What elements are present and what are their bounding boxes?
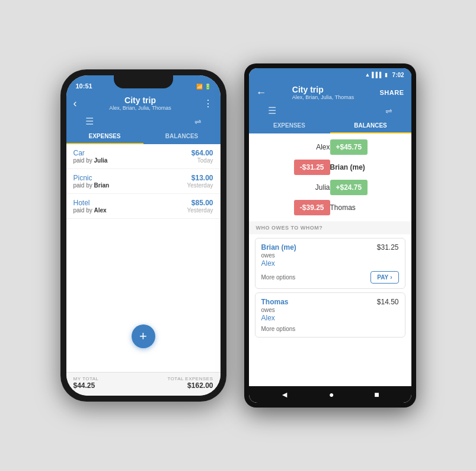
android-screen: ▲ ▌▌▌ ▮ 7:02 ← City trip Alex, Brian, Ju…	[249, 68, 411, 403]
expense-date-hotel: Yesterday	[187, 207, 213, 214]
iphone-header-top: ‹ City trip Alex, Brian, Julia, Thomas ⋮	[74, 96, 213, 111]
iphone-notch	[114, 75, 173, 88]
balance-row-alex: Alex +$45.75	[249, 137, 411, 157]
expense-name-picnic: Picnic	[74, 174, 92, 182]
expense-date-picnic: Yesterday	[187, 182, 213, 189]
android-content: Alex +$45.75 -$31.25 Brian (me)	[249, 133, 411, 386]
expense-amount-picnic: $13.00	[191, 174, 213, 182]
android-nav-recent[interactable]: ■	[374, 390, 379, 399]
iphone-device: 10:51 📶 🔋 ‹ City trip Alex, Brian, Julia…	[60, 69, 226, 402]
iphone-tab-balances[interactable]: BALANCES	[143, 129, 221, 144]
iphone-status-icons: 📶 🔋	[196, 84, 211, 90]
who-owes-section-header: WHO OWES TO WHOM?	[249, 221, 411, 234]
android-wifi-icon: ▲	[365, 72, 370, 78]
android-toolbar: ☰ ⇌	[256, 101, 404, 119]
expense-item-car[interactable]: Car $64.00 paid by Julia Today	[66, 144, 221, 169]
debt-more-options-brian[interactable]: More options	[261, 274, 296, 281]
android-trip-title: City trip	[292, 85, 354, 94]
debt-card-brian[interactable]: Brian (me) owes Alex $31.25 More options…	[255, 238, 405, 289]
android-battery-icon: ▮	[385, 72, 388, 78]
android-nav-back[interactable]: ◄	[280, 390, 289, 399]
add-expense-button[interactable]: +	[132, 324, 155, 348]
debt-debtor-brian: Brian (me)	[261, 243, 296, 252]
iphone-screen: 10:51 📶 🔋 ‹ City trip Alex, Brian, Julia…	[66, 75, 221, 396]
transfer-icon: ⇌	[194, 117, 202, 126]
expense-item-hotel[interactable]: Hotel $85.00 paid by Alex Yesterday	[66, 194, 221, 219]
iphone-footer: MY TOTAL $44.25 TOTAL EXPENSES $162.00	[66, 372, 221, 396]
balance-section: Alex +$45.75 -$31.25 Brian (me)	[249, 133, 411, 221]
android-tab-balances[interactable]: BALANCES	[330, 119, 411, 133]
expense-date-car: Today	[197, 157, 213, 164]
android-header-top: ← City trip Alex, Brian, Julia, Thomas S…	[256, 85, 404, 100]
list-icon: ☰	[85, 116, 94, 127]
iphone-header: ‹ City trip Alex, Brian, Julia, Thomas ⋮…	[66, 92, 221, 129]
android-header-title: City trip Alex, Brian, Julia, Thomas	[292, 85, 354, 100]
debt-creditor-brian: Alex	[261, 259, 296, 268]
debt-owes-thomas: owes	[261, 307, 289, 313]
balance-row-thomas: -$39.25 Thomas	[249, 198, 411, 218]
android-tab-expenses[interactable]: EXPENSES	[249, 119, 330, 133]
debt-owes-brian: owes	[261, 252, 296, 259]
android-status-bar: ▲ ▌▌▌ ▮ 7:02	[249, 68, 411, 81]
balance-name-thomas: Thomas	[330, 203, 356, 212]
android-trip-members: Alex, Brian, Julia, Thomas	[292, 94, 354, 100]
android-back-button[interactable]: ←	[256, 87, 267, 99]
total-expenses-value: $162.00	[167, 381, 213, 390]
android-transfer-icon: ⇌	[385, 106, 392, 116]
expense-payer-hotel: paid by Alex	[74, 207, 107, 214]
chevron-right-icon: ›	[390, 274, 392, 281]
debt-debtor-thomas: Thomas	[261, 298, 289, 306]
debt-card-thomas[interactable]: Thomas owes Alex $14.50 More options	[255, 292, 405, 338]
expense-name-car: Car	[74, 149, 85, 157]
expense-item-picnic[interactable]: Picnic $13.00 paid by Brian Yesterday	[66, 169, 221, 194]
balance-amount-thomas: -$39.25	[294, 200, 330, 215]
iphone-content: Car $64.00 paid by Julia Today Picnic $1…	[66, 144, 221, 372]
android-nav-home[interactable]: ●	[329, 390, 334, 399]
iphone-tab-expenses[interactable]: EXPENSES	[66, 129, 143, 144]
balance-amount-julia: +$24.75	[330, 180, 368, 195]
balance-name-alex: Alex	[316, 143, 330, 151]
pay-button-brian[interactable]: PAY ›	[370, 271, 398, 284]
wifi-icon: 📶	[196, 84, 203, 90]
android-status-icons: ▲ ▌▌▌ ▮ 7:02	[365, 72, 404, 78]
balance-amount-alex: +$45.75	[330, 139, 368, 155]
debt-creditor-thomas: Alex	[261, 314, 289, 322]
debt-more-options-thomas[interactable]: More options	[261, 326, 296, 332]
android-nav-bar: ◄ ● ■	[249, 386, 411, 403]
expense-amount-car: $64.00	[191, 149, 213, 157]
iphone-toolbar: ☰ ⇌	[74, 112, 213, 129]
footer-my-total: MY TOTAL $44.25	[74, 376, 99, 390]
iphone-trip-members: Alex, Brian, Julia, Thomas	[109, 105, 171, 111]
balance-row-julia: Julia +$24.75	[249, 177, 411, 198]
expense-payer-car: paid by Julia	[74, 157, 108, 164]
my-total-value: $44.25	[74, 381, 99, 390]
balance-row-brian: -$31.25 Brian (me)	[249, 157, 411, 177]
android-list-icon: ☰	[268, 105, 276, 116]
android-time: 7:02	[392, 72, 404, 78]
expense-payer-picnic: paid by Brian	[74, 182, 110, 189]
battery-icon: 🔋	[205, 84, 211, 90]
scene: 10:51 📶 🔋 ‹ City trip Alex, Brian, Julia…	[49, 52, 428, 419]
android-device: ▲ ▌▌▌ ▮ 7:02 ← City trip Alex, Brian, Ju…	[244, 63, 416, 408]
android-tabs: EXPENSES BALANCES	[249, 119, 411, 133]
balance-amount-brian: -$31.25	[294, 160, 330, 175]
android-signal-icon: ▌▌▌	[372, 72, 383, 78]
debt-amount-brian: $31.25	[377, 243, 399, 252]
expense-name-hotel: Hotel	[74, 199, 90, 207]
iphone-time: 10:51	[76, 82, 92, 90]
android-share-button[interactable]: SHARE	[379, 89, 404, 96]
total-expenses-label: TOTAL EXPENSES	[167, 376, 213, 381]
expense-amount-hotel: $85.00	[191, 199, 213, 207]
balance-name-julia: Julia	[315, 183, 330, 192]
balance-name-brian: Brian (me)	[330, 163, 365, 171]
my-total-label: MY TOTAL	[74, 376, 99, 381]
iphone-tabs: EXPENSES BALANCES	[66, 129, 221, 144]
iphone-header-title: City trip Alex, Brian, Julia, Thomas	[109, 96, 171, 111]
iphone-more-button[interactable]: ⋮	[203, 98, 213, 109]
debt-amount-thomas: $14.50	[377, 298, 399, 306]
iphone-trip-title: City trip	[109, 96, 171, 105]
footer-total-expenses: TOTAL EXPENSES $162.00	[167, 376, 213, 390]
iphone-back-button[interactable]: ‹	[74, 97, 77, 110]
android-header: ← City trip Alex, Brian, Julia, Thomas S…	[249, 81, 411, 119]
